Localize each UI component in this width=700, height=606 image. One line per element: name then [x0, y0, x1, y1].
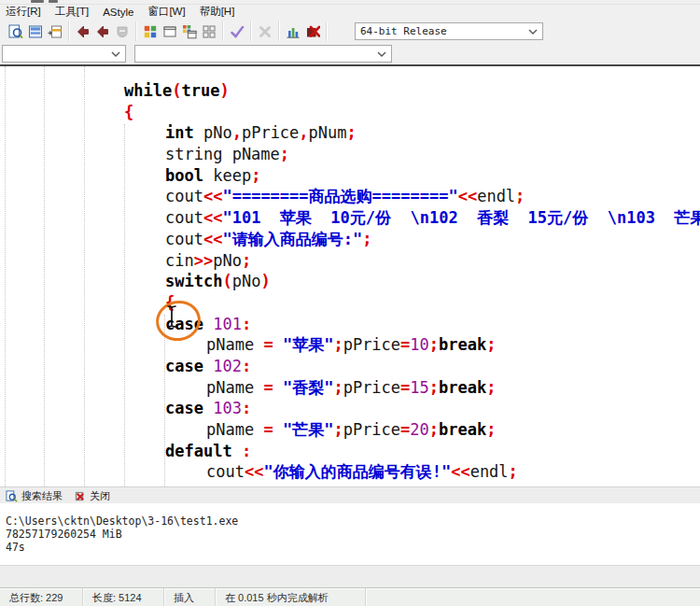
build-config-select[interactable]: 64-bit Release	[355, 22, 543, 40]
compile-log: C:\Users\cktn\Desktop\3-16\test1.exe7825…	[0, 503, 700, 565]
console-line: C:\Users\cktn\Desktop\3-16\test1.exe	[6, 514, 700, 528]
menu-item-5[interactable]: 帮助[H]	[200, 5, 235, 19]
code-line: {	[0, 102, 700, 123]
bottom-tab-label: 关闭	[90, 489, 110, 503]
console-line: 78257179260254 MiB	[6, 528, 700, 541]
code-line: switch(pNo)	[0, 271, 700, 292]
toolbar-button-toggle-panel[interactable]	[45, 21, 64, 41]
shield-icon	[115, 24, 130, 39]
menu-item-3[interactable]: AStyle	[103, 7, 133, 18]
profile-icon	[286, 24, 301, 39]
toolbar-group	[69, 21, 136, 41]
symbol-select-right[interactable]	[134, 45, 392, 63]
bottom-tab-close[interactable]: 关闭	[74, 489, 110, 503]
toolbar-button-forward[interactable]	[92, 21, 112, 41]
code-line: case 102:	[0, 356, 700, 377]
toolbar-button-rebuild-all[interactable]	[199, 21, 218, 41]
bottom-tab-search-results[interactable]: 搜索结果	[6, 489, 63, 503]
titlebar-text-fragment	[49, 0, 58, 3]
code-line: cout<<"请输入商品编号:";	[0, 229, 700, 250]
build-config-value: 64-bit Release	[360, 25, 447, 37]
toolbar-button-profiling-stop[interactable]	[302, 21, 322, 41]
run-window-icon	[162, 24, 177, 39]
menu-bar: 运行[R]工具[T]AStyle窗口[W]帮助[H]	[0, 4, 700, 20]
chevron-down-icon	[377, 51, 386, 57]
toolbar-button-compile-and-run[interactable]	[179, 21, 199, 41]
panel-footer-strip	[0, 565, 700, 588]
syntax-check-icon	[230, 24, 245, 39]
code-line: pName = "苹果";pPrice=10;break;	[0, 334, 700, 356]
toolbar-group	[136, 21, 223, 41]
code-line: case 103:	[0, 398, 700, 419]
toolbar-button-profile[interactable]	[283, 21, 302, 41]
secondary-toolbar	[0, 43, 700, 64]
panel-toggle-icon	[48, 24, 63, 39]
toolbar-group	[2, 21, 69, 41]
code-line: bool keep;	[0, 165, 700, 187]
code-line: pName = "香梨";pPrice=15;break;	[0, 377, 700, 399]
chevron-down-icon	[111, 51, 120, 57]
code-line: case 101:	[0, 314, 700, 335]
toolbar-button-debug-shield[interactable]	[112, 21, 132, 41]
code-line: cin>>pNo;	[0, 250, 700, 272]
text-cursor-icon	[165, 304, 178, 329]
status-bar: 总行数: 229长度: 5124插入在 0.015 秒内完成解析	[0, 587, 700, 606]
toolbar-button-back[interactable]	[73, 21, 92, 41]
ide-window: 运行[R]工具[T]AStyle窗口[W]帮助[H] 64-bit Releas…	[0, 0, 700, 606]
find-icon	[8, 24, 23, 39]
layout-panel-icon	[28, 24, 43, 39]
toolbar-button-stop-execution[interactable]	[255, 21, 274, 41]
rebuild-icon	[202, 24, 217, 39]
toolbar-button-syntax-check[interactable]	[227, 21, 246, 41]
code-line: while(true)	[0, 80, 700, 102]
toolbar-button-run[interactable]	[160, 21, 179, 41]
code-line: cout<<"你输入的商品编号有误!"<<endl;	[0, 461, 700, 483]
status-total-lines: 总行数: 229	[0, 588, 83, 606]
status-insert-mode: 插入	[164, 588, 216, 606]
status-parse-time: 在 0.015 秒内完成解析	[216, 588, 366, 606]
toolbar-button-compile[interactable]	[140, 21, 160, 41]
code-line: {	[0, 292, 700, 314]
console-line: 47s	[6, 541, 700, 554]
main-toolbar: 64-bit Release	[0, 20, 700, 43]
toolbar-button-find[interactable]	[6, 21, 25, 41]
code-line: int pNo,pPrice,pNum;	[0, 122, 700, 144]
menu-item-1[interactable]: 运行[R]	[6, 5, 41, 19]
compile-icon	[143, 24, 158, 39]
back-arrow-icon	[95, 24, 110, 39]
menu-item-2[interactable]: 工具[T]	[55, 5, 89, 19]
toolbar-group	[223, 21, 251, 41]
bottom-panel-tabs: 搜索结果关闭	[0, 486, 700, 504]
status-length: 长度: 5124	[83, 588, 164, 606]
compile-run-icon	[182, 24, 197, 39]
code-line: cout<<"101 苹果 10元/份 \n102 香梨 15元/份 \n103…	[0, 207, 700, 229]
stop-icon	[258, 24, 273, 39]
titlebar-text-fragment	[31, 0, 44, 3]
profile-stop-icon	[305, 24, 320, 39]
code-editor[interactable]: while(true){int pNo,pPrice,pNum;string p…	[0, 66, 700, 486]
toolbar-button-toggle-layout[interactable]	[25, 21, 45, 41]
close-red-icon	[74, 490, 86, 502]
menu-item-4[interactable]: 窗口[W]	[147, 5, 185, 19]
back-arrow-icon	[76, 24, 91, 39]
chevron-down-icon	[528, 29, 538, 35]
code-text: while(true){int pNo,pPrice,pNum;string p…	[0, 80, 700, 483]
toolbar-group	[279, 21, 327, 41]
code-line: cout<<"========商品选购========"<<endl;	[0, 186, 700, 207]
code-line: string pName;	[0, 144, 700, 165]
toolbar-group	[251, 21, 279, 41]
code-line: default :	[0, 441, 700, 462]
bottom-tab-label: 搜索结果	[21, 489, 63, 503]
code-line: pName = "芒果";pPrice=20;break;	[0, 419, 700, 441]
symbol-select-left[interactable]	[2, 45, 126, 63]
search-icon	[6, 490, 18, 502]
